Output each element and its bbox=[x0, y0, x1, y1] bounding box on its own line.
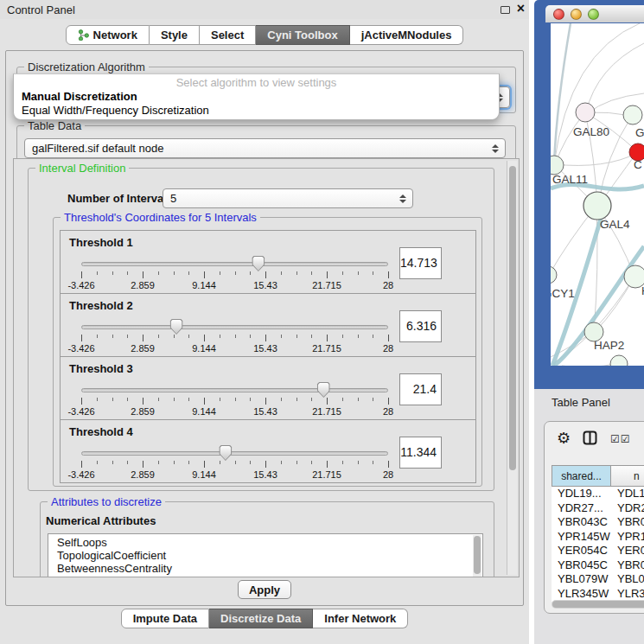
dropdown-option-equal-width[interactable]: Equal Width/Frequency Discretization bbox=[14, 104, 499, 118]
threshold-slider[interactable]: -3.4262.8599.14415.4321.71528 bbox=[81, 260, 388, 293]
tick-label: 2.859 bbox=[131, 343, 155, 354]
tick-mark bbox=[127, 398, 128, 401]
table-cell[interactable]: YBL079W bbox=[552, 572, 611, 587]
table-cell[interactable]: YPR145W bbox=[552, 530, 611, 545]
table-cell[interactable]: YPR1 bbox=[611, 530, 644, 545]
table-row[interactable]: YBR045CYBR0 bbox=[552, 558, 644, 573]
table-cell[interactable]: YDR27... bbox=[552, 501, 611, 516]
table-row[interactable]: YER054CYER0 bbox=[552, 544, 644, 558]
tab-impute-data[interactable]: Impute Data bbox=[121, 609, 209, 628]
table-cell[interactable]: YLR345W bbox=[552, 587, 611, 602]
table-hscrollbar[interactable] bbox=[552, 600, 644, 609]
tab-cyni-toolbox[interactable]: Cyni Toolbox bbox=[256, 25, 349, 45]
table-cell[interactable]: YBR0 bbox=[611, 515, 644, 530]
table-cell[interactable]: YER054C bbox=[552, 544, 611, 558]
apply-button[interactable]: Apply bbox=[238, 580, 291, 599]
threshold-value-field[interactable]: 6.316 bbox=[399, 310, 442, 342]
table-row[interactable]: YBR043CYBR0 bbox=[552, 515, 644, 530]
columns-icon[interactable] bbox=[583, 430, 597, 445]
table-row[interactable]: YLR345WYLR3 bbox=[552, 587, 644, 602]
tick-mark bbox=[188, 398, 189, 401]
table-row[interactable]: YDR27...YDR2 bbox=[552, 501, 644, 516]
float-icon[interactable] bbox=[501, 6, 510, 14]
table-cell[interactable]: YBR0 bbox=[611, 558, 644, 573]
table-toolbar: ⚙ ☑☑ bbox=[545, 422, 644, 460]
attribute-list-item[interactable]: TopologicalCoefficient bbox=[48, 549, 472, 562]
tab-style[interactable]: Style bbox=[150, 25, 200, 45]
number-of-intervals-select[interactable]: 5 bbox=[163, 188, 413, 208]
network-canvas[interactable]: GAL80 GA C GAL11 GAL4 GCY1 H HAP2 bbox=[551, 23, 644, 366]
table-cell[interactable]: YBR043C bbox=[552, 515, 611, 530]
table-cell[interactable]: YDL1 bbox=[611, 487, 644, 501]
threshold-label: Threshold 2 bbox=[69, 299, 133, 312]
threshold-value-field[interactable]: 21.4 bbox=[399, 373, 442, 405]
table-header-row: shared... n bbox=[552, 465, 644, 487]
table-cell[interactable]: YBL0 bbox=[611, 572, 644, 587]
list-scrollbar[interactable] bbox=[473, 535, 481, 577]
attribute-list-item[interactable]: SelfLoops bbox=[48, 536, 472, 549]
tick-mark bbox=[342, 398, 343, 401]
settings-scrollbar[interactable] bbox=[507, 161, 517, 575]
tab-jactivemnodules[interactable]: jActiveMNodules bbox=[350, 25, 464, 45]
tick-mark bbox=[158, 398, 159, 401]
table-data-select[interactable]: galFiltered.sif default node bbox=[24, 138, 506, 158]
table-cell[interactable]: YBR045C bbox=[552, 558, 611, 573]
node-top-right[interactable] bbox=[623, 105, 642, 124]
tick-label: 21.715 bbox=[312, 469, 341, 480]
slider-thumb[interactable] bbox=[252, 256, 265, 271]
table-cell[interactable]: YDR2 bbox=[611, 501, 644, 516]
node-gal4[interactable] bbox=[583, 192, 611, 220]
table-row[interactable]: YBL079WYBL0 bbox=[552, 572, 644, 587]
table-cell[interactable]: YDL19... bbox=[552, 487, 611, 501]
list-scrollbar-thumb[interactable] bbox=[474, 536, 481, 574]
zoom-traffic-light-icon[interactable] bbox=[588, 9, 599, 20]
table-row[interactable]: YPR145WYPR1 bbox=[552, 530, 644, 545]
tick-mark bbox=[388, 461, 389, 468]
slider-thumb[interactable] bbox=[219, 445, 232, 461]
tick-mark bbox=[174, 335, 175, 338]
slider-thumb[interactable] bbox=[170, 319, 183, 335]
tick-mark bbox=[358, 398, 359, 401]
table-cell[interactable]: YLR3 bbox=[611, 587, 644, 602]
tick-mark bbox=[311, 398, 312, 401]
threshold-value-field[interactable]: 11.344 bbox=[399, 437, 442, 469]
tab-network[interactable]: Network bbox=[66, 25, 150, 45]
tick-mark bbox=[127, 335, 128, 338]
tick-mark bbox=[204, 335, 205, 341]
tick-mark bbox=[174, 271, 175, 275]
node-bottom[interactable] bbox=[610, 355, 628, 366]
table-hscrollbar-thumb[interactable] bbox=[552, 601, 644, 608]
threshold-value-field[interactable]: 14.713 bbox=[399, 247, 442, 279]
table-cell[interactable]: YER0 bbox=[611, 544, 644, 558]
tick-label: 28 bbox=[383, 280, 393, 290]
gear-icon[interactable]: ⚙ bbox=[557, 429, 571, 448]
node-gcy1[interactable] bbox=[551, 266, 557, 284]
tick-label: 15.43 bbox=[253, 469, 277, 480]
network-view-window[interactable]: GAL80 GA C GAL11 GAL4 GCY1 H HAP2 bbox=[534, 0, 644, 389]
slider-thumb[interactable] bbox=[317, 382, 330, 398]
numerical-attributes-list[interactable]: SelfLoopsTopologicalCoefficientBetweenne… bbox=[48, 533, 483, 577]
tab-discretize-data[interactable]: Discretize Data bbox=[209, 609, 313, 628]
select-columns-icon[interactable]: ☑☑ bbox=[610, 433, 631, 445]
minimize-traffic-light-icon[interactable] bbox=[571, 9, 582, 20]
slider-track[interactable] bbox=[81, 388, 388, 392]
table-row[interactable]: YDL19...YDL1 bbox=[552, 487, 644, 501]
attribute-list-item[interactable]: BetweennessCentrality bbox=[48, 562, 472, 575]
slider-track[interactable] bbox=[81, 262, 388, 266]
node-gal80[interactable] bbox=[576, 103, 595, 122]
column-header-name[interactable]: n bbox=[611, 465, 644, 487]
close-icon[interactable]: × bbox=[517, 1, 525, 16]
dropdown-option-manual[interactable]: Manual Discretization bbox=[14, 90, 499, 104]
threshold-slider[interactable]: -3.4262.8599.14415.4321.71528 bbox=[81, 386, 388, 419]
group-title: Attributes to discretize bbox=[48, 495, 165, 508]
tab-infer-network[interactable]: Infer Network bbox=[313, 609, 408, 628]
tick-mark bbox=[250, 461, 251, 464]
slider-track[interactable] bbox=[81, 451, 388, 456]
column-header-shared[interactable]: shared... bbox=[552, 465, 611, 487]
threshold-slider[interactable]: -3.4262.8599.14415.4321.71528 bbox=[81, 323, 388, 356]
tab-select[interactable]: Select bbox=[200, 25, 256, 45]
slider-track[interactable] bbox=[81, 325, 388, 329]
close-traffic-light-icon[interactable] bbox=[553, 9, 564, 20]
settings-scrollbar-thumb[interactable] bbox=[509, 166, 516, 470]
threshold-slider[interactable]: -3.4262.8599.14415.4321.71528 bbox=[81, 450, 388, 482]
